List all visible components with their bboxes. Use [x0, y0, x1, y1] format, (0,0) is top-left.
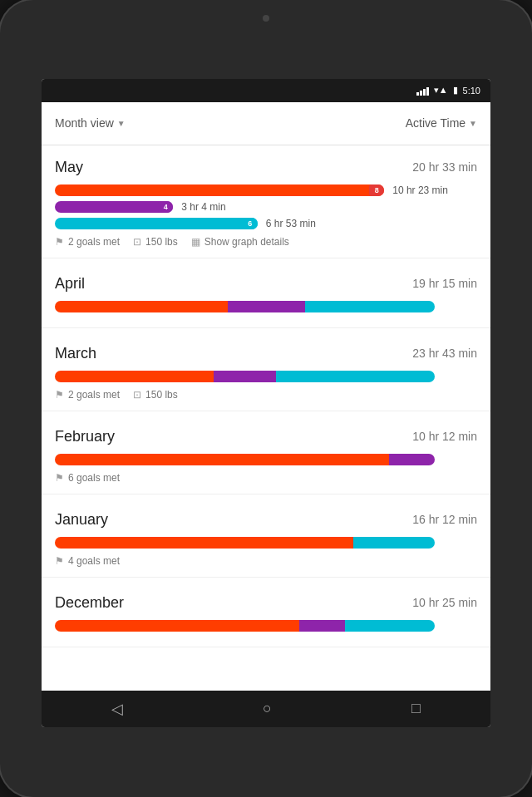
month-section: May20 hr 33 min810 hr 23 min43 hr 4 min6…	[42, 145, 490, 258]
month-header: March23 hr 43 min	[55, 345, 477, 362]
month-header: February10 hr 12 min	[55, 428, 477, 445]
goals-met-item: ⚑6 goals met	[55, 472, 120, 484]
navigation-bar: ◁ ○ □	[42, 691, 490, 727]
month-total: 16 hr 12 min	[412, 513, 477, 526]
flag-icon: ⚑	[55, 236, 64, 248]
bar-segment	[55, 620, 299, 632]
time-display: 5:10	[463, 86, 480, 96]
month-section: January16 hr 12 min⚑4 goals met	[42, 498, 490, 578]
activity-bar-combined	[55, 620, 435, 632]
month-section: February10 hr 12 min⚑6 goals met	[42, 415, 490, 494]
battery-icon: ▮	[453, 85, 458, 96]
goals-met-label: 2 goals met	[68, 236, 120, 248]
bar-segment	[389, 454, 435, 465]
bar-badge: 6	[243, 218, 258, 229]
view-dropdown-arrow: ▼	[117, 119, 126, 128]
bar-badge: 8	[369, 184, 384, 196]
metric-label: Active Time	[406, 116, 466, 130]
metric-dropdown-arrow: ▼	[469, 119, 477, 128]
bar-segment	[55, 301, 228, 312]
status-bar: ▾▲ ▮ 5:10	[42, 79, 490, 102]
month-total: 10 hr 12 min	[412, 430, 477, 443]
activity-bar-combined	[55, 537, 435, 549]
home-button[interactable]: ○	[263, 700, 272, 717]
tablet-device: ▾▲ ▮ 5:10 Month view ▼ Active Time ▼ May…	[0, 0, 532, 797]
bar-row	[55, 537, 477, 549]
bar-segment	[214, 371, 276, 382]
back-button[interactable]: ◁	[111, 700, 123, 718]
bar-segment	[55, 371, 214, 382]
bar-row	[55, 301, 477, 312]
bar-label: 3 hr 4 min	[181, 201, 225, 213]
graph-icon: ▦	[191, 236, 200, 248]
month-name: March	[55, 345, 96, 362]
weight-label: 150 lbs	[145, 236, 178, 248]
signal-icon	[416, 86, 429, 96]
month-name: January	[55, 511, 108, 529]
wifi-icon: ▾▲	[434, 85, 448, 96]
month-name: December	[55, 594, 124, 612]
activity-bar: 8	[55, 184, 384, 196]
bar-segment	[345, 620, 435, 632]
month-name: May	[55, 159, 83, 176]
bar-badge: 4	[158, 201, 173, 213]
view-selector[interactable]: Month view ▼	[55, 116, 126, 130]
meta-row: ⚑6 goals met	[55, 472, 477, 484]
months-list: May20 hr 33 min810 hr 23 min43 hr 4 min6…	[42, 145, 490, 647]
tablet-screen: ▾▲ ▮ 5:10 Month view ▼ Active Time ▼ May…	[42, 79, 490, 727]
scale-icon: ⊡	[133, 389, 141, 401]
month-total: 20 hr 33 min	[412, 160, 477, 174]
goals-met-label: 4 goals met	[68, 555, 120, 567]
camera	[263, 15, 269, 22]
activity-bar: 4	[55, 201, 173, 213]
goals-met-label: 6 goals met	[68, 472, 120, 484]
weight-label: 150 lbs	[145, 389, 178, 401]
bar-row	[55, 371, 477, 382]
month-name: April	[55, 275, 85, 293]
activity-bar: 6	[55, 218, 258, 229]
bar-row	[55, 620, 477, 632]
month-header: January16 hr 12 min	[55, 511, 477, 529]
flag-icon: ⚑	[55, 389, 64, 401]
month-header: April19 hr 15 min	[55, 275, 477, 293]
month-section: March23 hr 43 min⚑2 goals met⊡150 lbs	[42, 332, 490, 411]
month-total: 10 hr 25 min	[412, 596, 477, 609]
bar-row: 43 hr 4 min	[55, 201, 477, 213]
goals-met-label: 2 goals met	[68, 389, 120, 401]
bar-segment	[228, 301, 306, 312]
bar-segment	[353, 537, 435, 549]
bar-segment	[55, 454, 389, 465]
bar-label: 6 hr 53 min	[266, 218, 316, 229]
month-total: 19 hr 15 min	[412, 277, 477, 290]
goals-met-item: ⚑2 goals met	[55, 389, 120, 401]
meta-row: ⚑2 goals met⊡150 lbs	[55, 389, 477, 401]
bar-row: 810 hr 23 min	[55, 184, 477, 196]
bar-label: 10 hr 23 min	[392, 184, 448, 196]
meta-row: ⚑2 goals met⊡150 lbs▦Show graph details	[55, 236, 477, 248]
month-section: April19 hr 15 min	[42, 262, 490, 328]
flag-icon: ⚑	[55, 472, 64, 484]
bar-segment	[305, 301, 435, 312]
weight-item: ⊡150 lbs	[133, 236, 178, 248]
activity-bar-combined	[55, 371, 435, 382]
view-label: Month view	[55, 116, 114, 130]
recent-button[interactable]: □	[411, 700, 421, 717]
month-name: February	[55, 428, 115, 445]
metric-selector[interactable]: Active Time ▼	[406, 116, 477, 130]
show-graph-button[interactable]: ▦Show graph details	[191, 236, 289, 248]
bar-row: 66 hr 53 min	[55, 218, 477, 229]
flag-icon: ⚑	[55, 555, 64, 567]
activity-bar-combined	[55, 301, 435, 312]
bar-segment	[55, 537, 353, 549]
app-content: Month view ▼ Active Time ▼ May20 hr 33 m…	[42, 102, 490, 691]
goals-met-item: ⚑4 goals met	[55, 555, 120, 567]
toolbar: Month view ▼ Active Time ▼	[42, 102, 490, 145]
month-header: December10 hr 25 min	[55, 594, 477, 612]
month-total: 23 hr 43 min	[412, 347, 477, 360]
bar-row	[55, 454, 477, 465]
activity-bar-combined	[55, 454, 435, 465]
goals-met-item: ⚑2 goals met	[55, 236, 120, 248]
bar-segment	[276, 371, 435, 382]
bar-segment	[299, 620, 344, 632]
month-header: May20 hr 33 min	[55, 159, 477, 176]
